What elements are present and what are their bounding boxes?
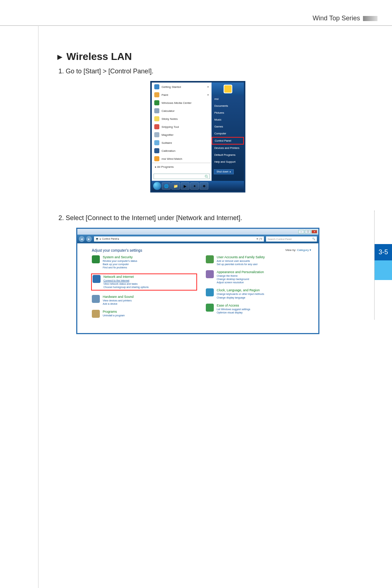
minimize-button[interactable]: –: [298, 230, 304, 234]
category-title[interactable]: Ease of Access: [217, 304, 250, 307]
category-link[interactable]: Set up parental controls for any user: [217, 263, 265, 266]
program-icon: [154, 156, 159, 161]
category-link[interactable]: Optimize visual display: [217, 311, 250, 314]
category-link[interactable]: Change the theme: [217, 274, 264, 277]
program-icon: [154, 84, 159, 89]
view-by[interactable]: View by: Category ▾: [285, 248, 311, 252]
control-panel-link[interactable]: Control Panel: [212, 137, 244, 145]
start-menu-item[interactable]: Snipping Tool: [152, 123, 211, 131]
category-icon: [206, 255, 214, 263]
shutdown-button[interactable]: Shut down▸: [214, 169, 233, 174]
program-icon: [154, 108, 159, 113]
category-link[interactable]: Choose homegroup and sharing options: [103, 285, 149, 289]
left-border: [38, 25, 38, 588]
step2-text: 2. Select [Connect to the Internet] unde…: [58, 214, 339, 222]
program-icon: [154, 132, 159, 137]
cp-left-column: System and SecurityReview your computer'…: [92, 255, 197, 322]
taskbar-explorer-icon[interactable]: 📁: [171, 182, 180, 190]
series-label: Wind Top Series: [313, 15, 360, 22]
category-title[interactable]: Network and Internet: [103, 275, 149, 279]
category-link[interactable]: Connect to the Internet: [103, 279, 149, 282]
start-menu-item[interactable]: Solitaire: [152, 139, 211, 147]
category-link[interactable]: Change desktop background: [217, 277, 264, 281]
start-menu-item[interactable]: Paint▸: [152, 91, 211, 99]
forward-button[interactable]: ►: [86, 236, 92, 242]
page-header: Wind Top Series: [313, 15, 377, 22]
category-link[interactable]: Back up your computer: [103, 263, 137, 266]
start-orb-icon[interactable]: [153, 182, 161, 190]
program-icon: [154, 116, 159, 121]
start-menu-item[interactable]: Sticky Notes: [152, 115, 211, 123]
taskbar-ie-icon[interactable]: 🌐: [162, 182, 171, 190]
cp-right-column: User Accounts and Family SafetyAdd or re…: [206, 255, 311, 322]
start-right-link[interactable]: Help and Support: [212, 158, 244, 165]
program-icon: [154, 124, 159, 129]
start-right-link[interactable]: Pictures: [212, 109, 244, 116]
category-title[interactable]: Hardware and Sound: [103, 295, 134, 299]
taskbar-app-icon[interactable]: ✦: [190, 182, 199, 190]
maximize-button[interactable]: ☐: [305, 230, 311, 234]
program-label: Sticky Notes: [162, 117, 209, 121]
start-right-link[interactable]: Devices and Printers: [212, 145, 244, 151]
step1-text: 1. Go to [Start] > [Control Panel].: [58, 68, 339, 75]
start-right-link[interactable]: Computer: [212, 130, 244, 137]
control-panel-screenshot: – ☐ ✕ ◄ ► 💻▸ Control Panel ▸▾ | ↻ Search…: [76, 228, 319, 334]
category-icon: [92, 310, 100, 318]
program-label: Calibration: [162, 149, 209, 153]
start-menu-item[interactable]: Calculator: [152, 107, 211, 115]
start-right-link[interactable]: Documents: [212, 102, 244, 109]
category-title[interactable]: User Accounts and Family Safety: [217, 255, 265, 259]
control-panel-body: Adjust your computer's settings View by:…: [77, 243, 318, 333]
category-title[interactable]: System and Security: [103, 255, 137, 259]
program-icon: [154, 100, 159, 105]
category-icon: [92, 295, 100, 303]
category-item: Ease of AccessLet Windows suggest settin…: [206, 304, 311, 314]
start-right-link[interactable]: Games: [212, 123, 244, 130]
category-title[interactable]: Clock, Language, and Region: [217, 288, 264, 292]
category-link[interactable]: Change display language: [217, 296, 264, 299]
start-menu-item[interactable]: Windows Media Center: [152, 99, 211, 107]
arrow-icon: [56, 51, 64, 62]
category-link[interactable]: View devices and printers: [103, 299, 134, 302]
start-menu-item[interactable]: Magnifier: [152, 131, 211, 139]
category-title[interactable]: Appearance and Personalization: [217, 270, 264, 274]
category-link[interactable]: Add a device: [103, 302, 134, 305]
start-search[interactable]: [152, 171, 211, 181]
taskbar-media-icon[interactable]: ▶: [181, 182, 189, 190]
category-link[interactable]: Add or remove user accounts: [217, 259, 265, 263]
svg-marker-0: [57, 55, 62, 60]
nav-toolbar: ◄ ► 💻▸ Control Panel ▸▾ | ↻ Search Contr…: [77, 235, 318, 243]
user-avatar[interactable]: [212, 82, 244, 96]
start-right-link[interactable]: msi: [212, 96, 244, 102]
category-link[interactable]: Let Windows suggest settings: [217, 308, 250, 311]
start-menu-item[interactable]: msi Wind Match: [152, 155, 211, 163]
program-label: Getting Started: [162, 85, 205, 89]
category-icon: [206, 304, 214, 312]
start-menu-programs-pane: Getting Started▸Paint▸Windows Media Cent…: [152, 82, 212, 181]
category-link[interactable]: Change keyboards or other input methods: [217, 292, 264, 296]
category-item: Appearance and PersonalizationChange the…: [206, 270, 311, 284]
close-button[interactable]: ✕: [311, 230, 317, 234]
breadcrumb[interactable]: 💻▸ Control Panel ▸▾ | ↻: [94, 236, 264, 242]
search-input[interactable]: Search Control Panel🔍: [266, 236, 317, 242]
shutdown-area: Shut down▸: [212, 165, 244, 177]
category-link[interactable]: Find and fix problems: [103, 266, 137, 269]
start-menu-item[interactable]: Calibration: [152, 147, 211, 155]
category-item: User Accounts and Family SafetyAdd or re…: [206, 255, 311, 266]
category-link[interactable]: View network status and tasks: [103, 282, 149, 285]
category-item: Hardware and SoundView devices and print…: [92, 295, 197, 305]
all-programs-button[interactable]: ▸ All Programs: [152, 163, 211, 171]
start-right-link[interactable]: Default Programs: [212, 151, 244, 158]
start-right-link[interactable]: Music: [212, 116, 244, 123]
back-button[interactable]: ◄: [79, 236, 85, 242]
start-menu-item[interactable]: Getting Started▸: [152, 83, 211, 91]
start-search-input[interactable]: [154, 174, 210, 179]
category-item: Clock, Language, and RegionChange keyboa…: [206, 288, 311, 299]
taskbar-app2-icon[interactable]: ❖: [200, 182, 208, 190]
program-label: Snipping Tool: [162, 125, 209, 129]
program-icon: [154, 92, 159, 97]
category-link[interactable]: Review your computer's status: [103, 259, 137, 263]
category-link[interactable]: Uninstall a program: [103, 314, 125, 317]
category-title[interactable]: Programs: [103, 310, 125, 313]
category-link[interactable]: Adjust screen resolution: [217, 281, 264, 284]
